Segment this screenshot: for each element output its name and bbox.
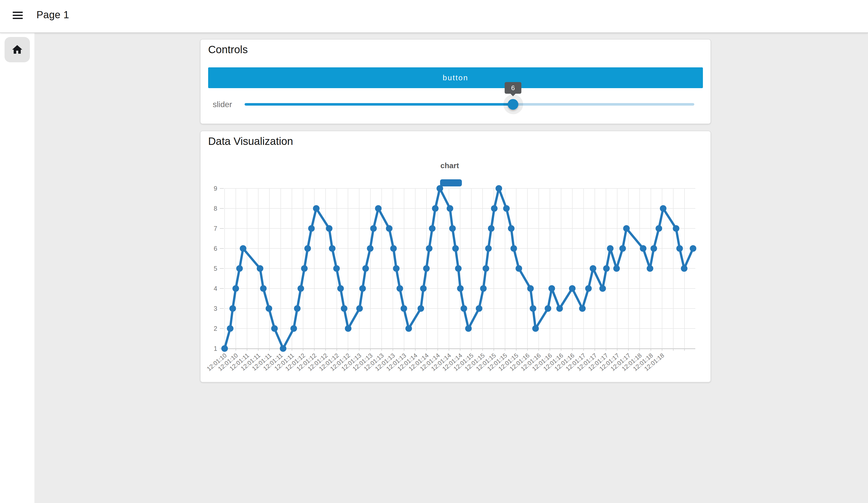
app-window: Page 1 Controls button slider 6 Data Vis… xyxy=(0,0,868,503)
svg-text:5: 5 xyxy=(214,265,217,272)
svg-text:7: 7 xyxy=(214,225,217,232)
svg-text:1: 1 xyxy=(214,345,217,352)
controls-card-title: Controls xyxy=(208,43,248,56)
sidebar xyxy=(0,32,34,503)
chart-title: chart xyxy=(440,161,459,170)
action-button[interactable]: button xyxy=(208,68,703,88)
sidebar-item-home[interactable] xyxy=(4,37,30,62)
slider-handle[interactable] xyxy=(508,99,518,110)
svg-text:9: 9 xyxy=(214,185,217,192)
home-icon xyxy=(11,43,23,56)
slider-value-tooltip: 6 xyxy=(505,82,521,94)
svg-text:3: 3 xyxy=(214,305,217,312)
hamburger-menu-icon[interactable] xyxy=(13,12,23,20)
legend-swatch[interactable] xyxy=(440,179,462,186)
chart-svg: chart 12:01:1012:01:1012:01:1112:01:1112… xyxy=(203,157,704,380)
slider-label: slider xyxy=(213,100,232,109)
svg-text:6: 6 xyxy=(214,245,217,252)
viz-card-title: Data Visualization xyxy=(208,135,293,147)
svg-text:8: 8 xyxy=(214,205,217,212)
slider-track[interactable] xyxy=(245,103,694,106)
svg-text:2: 2 xyxy=(214,325,217,332)
page-title: Page 1 xyxy=(37,9,69,21)
svg-text:4: 4 xyxy=(214,285,217,292)
chart-container: chart 12:01:1012:01:1012:01:1112:01:1112… xyxy=(203,157,704,380)
data-visualization-card: Data Visualization chart 12:01:1012:01:1… xyxy=(200,131,711,382)
slider-fill xyxy=(245,103,513,106)
top-header: Page 1 xyxy=(0,0,868,33)
controls-card: Controls button slider 6 xyxy=(200,39,711,124)
